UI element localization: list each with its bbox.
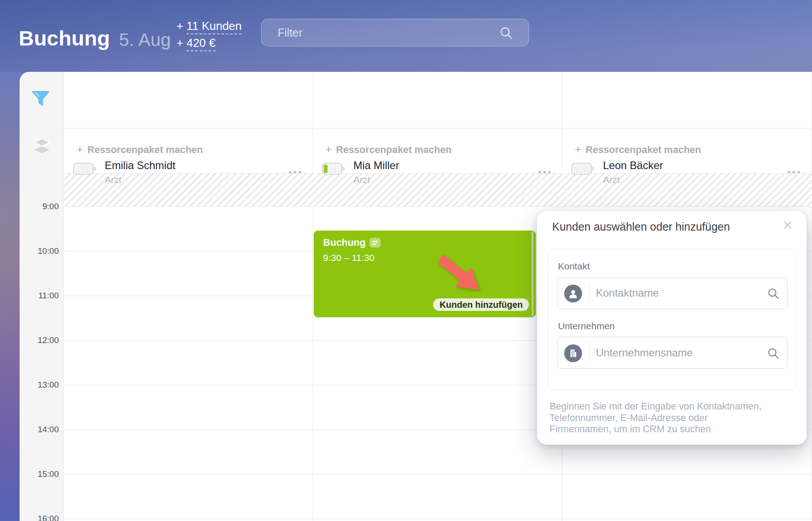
search-icon (499, 26, 513, 40)
time-label: 14:00 (20, 425, 59, 434)
time-label: 11:00 (20, 291, 59, 301)
field-separator (589, 343, 590, 362)
stat-customers-prefix: + (176, 19, 183, 33)
capacity-battery-icon (571, 163, 592, 175)
make-resource-package-button[interactable]: +Ressorcenpaket machen (575, 143, 701, 156)
stat-customers-value: 11 Kunden (186, 19, 242, 34)
event-title-row: Buchung (323, 237, 381, 248)
app-background: Buchung 5. Aug + 11 Kunden + 420 € 9:00 … (0, 0, 812, 521)
resource-role: Arzt (603, 174, 619, 185)
hour-gridline (64, 207, 812, 207)
company-name-input[interactable] (596, 337, 761, 368)
resource-column-header-mia: Mia Miller Arzt (312, 72, 562, 128)
column-divider (811, 72, 812, 521)
note-icon (369, 238, 381, 248)
day-stats: + 11 Kunden + 420 € (176, 19, 242, 53)
help-line: Telefonnummer, E-Mail-Adresse oder (550, 413, 799, 424)
dialog-fields-card: Kontakt Unternehmen (548, 249, 797, 390)
time-label: 9:00 (20, 202, 59, 211)
time-label: 12:00 (20, 335, 59, 345)
time-label: 16:00 (20, 514, 59, 521)
time-label: 10:00 (20, 246, 59, 256)
package-button-label: Ressorcenpaket machen (586, 144, 701, 155)
capacity-battery-icon (322, 163, 342, 175)
hour-gridline (64, 519, 812, 519)
search-icon[interactable] (767, 287, 779, 300)
stat-revenue[interactable]: + 420 € (176, 36, 242, 50)
help-line: Beginnen Sie mit der Eingabe von Kontakt… (550, 401, 799, 413)
company-field-label: Unternehmen (558, 321, 615, 331)
contact-field (557, 277, 787, 309)
stat-customers[interactable]: + 11 Kunden (176, 19, 242, 33)
resource-column-header-emilia: Emilia Schmidt Arzt (64, 72, 312, 128)
close-icon[interactable]: × (780, 215, 795, 236)
resource-name[interactable]: Leon Bäcker (603, 159, 663, 172)
package-button-label: Ressorcenpaket machen (87, 144, 203, 155)
unavailable-hours-hatch (64, 173, 812, 207)
resource-role: Arzt (353, 174, 370, 185)
page-title: Buchung (19, 26, 110, 50)
stat-revenue-prefix: + (176, 36, 183, 50)
contact-name-input[interactable] (596, 277, 761, 309)
filter-input[interactable] (262, 19, 529, 46)
field-separator (589, 284, 590, 302)
make-resource-package-button[interactable]: +Ressorcenpaket machen (325, 143, 451, 156)
booking-event-block[interactable]: Buchung 9:30 – 11:30 Kunden hinzufügen (314, 231, 536, 317)
resource-role: Arzt (105, 174, 121, 185)
header-row-divider (20, 128, 812, 128)
plus-icon: + (575, 143, 581, 155)
dialog-title: Kunden auswählen oder hinzufügen (552, 220, 730, 233)
hour-gridline (64, 474, 812, 475)
time-label: 13:00 (20, 380, 59, 390)
search-icon[interactable] (767, 347, 779, 360)
make-resource-package-button[interactable]: +Ressorcenpaket machen (77, 143, 203, 156)
funnel-filter-icon[interactable] (31, 90, 50, 107)
layers-icon[interactable] (33, 138, 51, 154)
capacity-battery-icon (73, 163, 94, 175)
contact-field-label: Kontakt (558, 261, 590, 272)
customer-select-dialog: Kunden auswählen oder hinzufügen × Konta… (537, 211, 807, 445)
ellipsis-menu-button[interactable] (787, 171, 800, 174)
resource-column-header-leon: Leon Bäcker Arzt (562, 72, 812, 128)
plus-icon: + (77, 143, 83, 155)
add-customers-chip-button[interactable]: Kunden hinzufügen (433, 298, 529, 311)
person-icon (564, 285, 582, 302)
stat-revenue-value: 420 € (186, 36, 215, 51)
dialog-help-text: Beginnen Sie mit der Eingabe von Kontakt… (550, 401, 799, 435)
ellipsis-menu-button[interactable] (538, 171, 551, 174)
ellipsis-menu-button[interactable] (289, 171, 301, 174)
plus-icon: + (325, 143, 332, 155)
date-picker[interactable]: 5. Aug (119, 29, 171, 50)
filter-search-box (261, 19, 529, 46)
company-field (557, 337, 787, 369)
event-title: Buchung (323, 237, 365, 248)
building-icon (564, 344, 582, 362)
event-time-range: 9:30 – 11:30 (323, 252, 374, 263)
time-label: 15:00 (20, 469, 59, 479)
column-divider (312, 72, 313, 521)
package-button-label: Ressorcenpaket machen (336, 144, 451, 155)
resource-name[interactable]: Mia Miller (353, 159, 399, 172)
event-resize-separator (532, 232, 533, 316)
help-line: Firmennamen, um im CRM zu suchen (550, 424, 799, 435)
resource-name[interactable]: Emilia Schmidt (105, 159, 176, 172)
